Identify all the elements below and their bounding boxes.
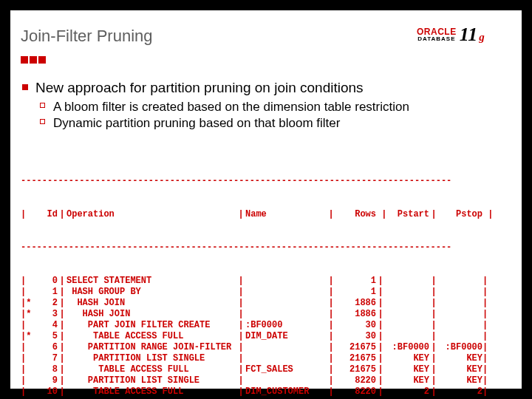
- cell-pstart: [385, 331, 429, 342]
- bullet-level2: A bloom filter is created based on the d…: [38, 99, 511, 115]
- col-sep: [236, 298, 245, 309]
- col-sep: [327, 364, 335, 375]
- title-row: Join-Filter Pruning ORACLE DATABASE 11 g: [10, 10, 522, 59]
- cell-id: 10: [34, 386, 58, 398]
- col-sep: [376, 386, 385, 398]
- col-pstop: Pstop: [438, 209, 482, 220]
- col-sep: [58, 309, 66, 320]
- cell-pstop: [438, 320, 482, 331]
- cell-id: 5: [34, 331, 58, 342]
- plan-row: |*2 HASH JOIN1886: [21, 298, 511, 309]
- col-sep: [429, 364, 438, 375]
- cell-mark: |: [21, 287, 34, 298]
- col-sep: [236, 375, 245, 386]
- col-sep: [376, 276, 385, 287]
- cell-rows: 8220: [335, 375, 376, 386]
- col-sep: [327, 342, 335, 353]
- cell-id: 7: [34, 353, 58, 364]
- col-sep: [429, 386, 438, 398]
- plan-row: |*5 TABLE ACCESS FULLDIM_DATE30: [21, 331, 511, 342]
- cell-pstart: KEY: [385, 364, 429, 375]
- plan-row: | 0SELECT STATEMENT1: [21, 276, 511, 287]
- cell-id: 4: [34, 320, 58, 331]
- col-sep: [376, 287, 385, 298]
- col-sep: [58, 353, 66, 364]
- cell-name: DIM_DATE: [245, 331, 327, 342]
- col-sep: [327, 320, 335, 331]
- col-sep: [236, 342, 245, 353]
- cell-operation: PARTITION RANGE JOIN-FILTER: [66, 342, 236, 353]
- col-sep: [236, 331, 245, 342]
- col-sep: [58, 331, 66, 342]
- col-sep: [327, 353, 335, 364]
- cell-rows: 21675: [335, 364, 376, 375]
- bullet-content: New approach for partition pruning on jo…: [21, 80, 511, 132]
- slide: Join-Filter Pruning ORACLE DATABASE 11 g…: [10, 10, 522, 389]
- cell-pstart: KEY: [385, 353, 429, 364]
- col-sep: [429, 309, 438, 320]
- col-sep: [236, 353, 245, 364]
- col-sep: [236, 276, 245, 287]
- cell-rows: 1886: [335, 309, 376, 320]
- cell-pstart: [385, 309, 429, 320]
- col-sep: [376, 320, 385, 331]
- cell-name: [245, 375, 327, 386]
- cell-pstop: [438, 276, 482, 287]
- cell-pstart: [385, 287, 429, 298]
- plan-row: | 9 PARTITION LIST SINGLE8220KEYKEY: [21, 375, 511, 386]
- col-sep: [376, 375, 385, 386]
- accent-squares: [21, 56, 46, 64]
- exec-plan: ----------------------------------------…: [21, 154, 511, 399]
- plan-row: | 7 PARTITION LIST SINGLE21675KEYKEY: [21, 353, 511, 364]
- cell-mark: |: [21, 375, 34, 386]
- col-sep: [236, 287, 245, 298]
- cell-operation: PART JOIN FILTER CREATE: [66, 320, 236, 331]
- cell-pstop: KEY: [438, 375, 482, 386]
- col-sep: [236, 364, 245, 375]
- logo-version-suffix: g: [479, 32, 485, 43]
- cell-operation: HASH GROUP BY: [66, 287, 236, 298]
- cell-mark: |: [21, 364, 34, 375]
- col-id: Id: [34, 209, 58, 220]
- col-sep: [327, 375, 335, 386]
- col-sep: [236, 320, 245, 331]
- col-sep: [58, 298, 66, 309]
- col-sep: [376, 309, 385, 320]
- plan-row: | 1 HASH GROUP BY1: [21, 287, 511, 298]
- cell-name: DIM_CUSTOMER: [245, 386, 327, 398]
- col-mark: |: [21, 209, 34, 220]
- cell-pstart: [385, 276, 429, 287]
- col-sep: |: [58, 209, 66, 220]
- cell-pstop: KEY: [438, 353, 482, 364]
- cell-pstop: [438, 309, 482, 320]
- cell-rows: 21675: [335, 342, 376, 353]
- col-sep: [376, 342, 385, 353]
- col-name: Name: [245, 209, 327, 220]
- cell-name: :BF0000: [245, 320, 327, 331]
- cell-mark: |: [21, 353, 34, 364]
- cell-mark: |: [21, 276, 34, 287]
- col-sep: [429, 353, 438, 364]
- cell-id: 1: [34, 287, 58, 298]
- col-sep: [327, 331, 335, 342]
- col-sep: [429, 320, 438, 331]
- col-sep: [327, 287, 335, 298]
- cell-operation: HASH JOIN: [66, 298, 236, 309]
- cell-name: [245, 287, 327, 298]
- cell-operation: TABLE ACCESS FULL: [66, 331, 236, 342]
- cell-pstart: 2: [385, 386, 429, 398]
- logo-version-num: 11: [460, 25, 478, 44]
- col-sep: [58, 375, 66, 386]
- plan-header-row: |Id|Operation|Name|Rows |Pstart|Pstop |: [21, 209, 511, 220]
- plan-row: |*3 HASH JOIN1886: [21, 309, 511, 320]
- cell-pstop: KEY: [438, 364, 482, 375]
- cell-operation: TABLE ACCESS FULL: [66, 386, 236, 398]
- col-sep: [327, 386, 335, 398]
- cell-id: 3: [34, 309, 58, 320]
- cell-operation: TABLE ACCESS FULL: [66, 364, 236, 375]
- cell-rows: 30: [335, 331, 376, 342]
- col-sep: [58, 364, 66, 375]
- col-sep: [327, 298, 335, 309]
- col-operation: Operation: [66, 209, 236, 220]
- cell-name: [245, 309, 327, 320]
